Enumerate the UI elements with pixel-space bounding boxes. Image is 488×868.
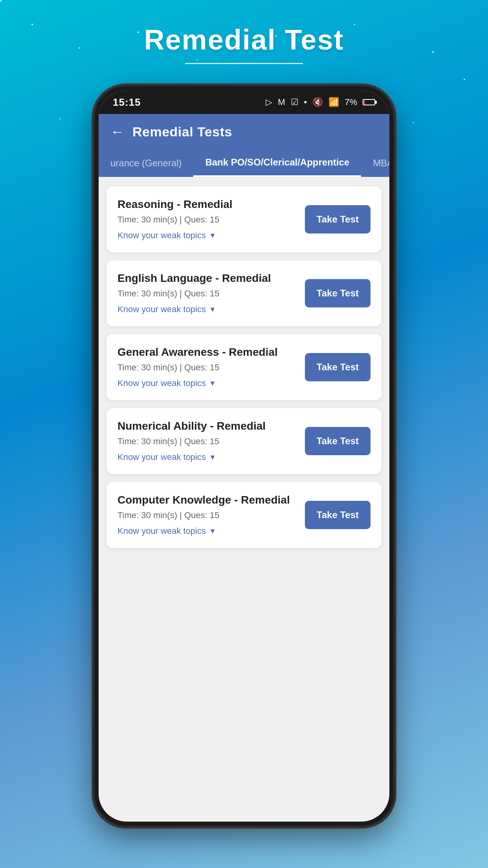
phone-frame: 15:15 ▷ M ☑ • 🔇 📶 7% ← Remedial Tests <box>95 86 393 826</box>
back-button[interactable]: ← <box>110 123 125 140</box>
chevron-down-icon: ▼ <box>209 232 216 240</box>
test-card-numerical: Numerical Ability - Remedial Time: 30 mi… <box>106 408 382 474</box>
test-meta-general: Time: 30 min(s) | Ques: 15 <box>117 362 305 373</box>
battery-icon <box>363 99 375 105</box>
card-left-computer: Computer Knowledge - Remedial Time: 30 m… <box>117 494 305 536</box>
tab-bank[interactable]: Bank PO/SO/Clerical/Apprentice <box>193 149 361 177</box>
take-test-english[interactable]: Take Test <box>305 279 371 307</box>
weak-topics-computer[interactable]: Know your weak topics ▼ <box>117 526 305 536</box>
weak-topics-general[interactable]: Know your weak topics ▼ <box>117 378 305 388</box>
test-name-numerical: Numerical Ability - Remedial <box>117 420 305 432</box>
test-meta-numerical: Time: 30 min(s) | Ques: 15 <box>117 436 305 447</box>
status-bar: 15:15 ▷ M ☑ • 🔇 📶 7% <box>99 90 389 114</box>
page-title: Remedial Test <box>0 24 488 56</box>
phone-screen: 15:15 ▷ M ☑ • 🔇 📶 7% ← Remedial Tests <box>99 90 389 822</box>
mute-icon: 🔇 <box>312 97 323 107</box>
header-divider <box>185 63 303 64</box>
chevron-down-icon: ▼ <box>209 453 216 462</box>
test-card-general: General Awareness - Remedial Time: 30 mi… <box>106 334 382 400</box>
take-test-numerical[interactable]: Take Test <box>305 427 371 455</box>
card-left-numerical: Numerical Ability - Remedial Time: 30 mi… <box>117 420 305 462</box>
tab-mba[interactable]: MBA Entrance <box>361 149 389 177</box>
status-icons: ▷ M ☑ • 🔇 📶 7% <box>266 97 375 107</box>
weak-topics-english[interactable]: Know your weak topics ▼ <box>117 304 305 314</box>
test-meta-english: Time: 30 min(s) | Ques: 15 <box>117 289 305 299</box>
chevron-down-icon: ▼ <box>209 305 216 314</box>
card-left-reasoning: Reasoning - Remedial Time: 30 min(s) | Q… <box>117 198 305 241</box>
page-header: Remedial Test <box>0 0 488 76</box>
test-name-reasoning: Reasoning - Remedial <box>117 198 305 211</box>
test-card-computer: Computer Knowledge - Remedial Time: 30 m… <box>106 482 382 548</box>
status-time: 15:15 <box>113 96 141 108</box>
battery-percent: 7% <box>345 97 357 107</box>
mail-icon: M <box>278 97 285 107</box>
tab-bar: urance (General) Bank PO/SO/Clerical/App… <box>99 149 389 177</box>
test-card-english: English Language - Remedial Time: 30 min… <box>106 260 382 326</box>
take-test-general[interactable]: Take Test <box>305 353 371 381</box>
chevron-down-icon: ▼ <box>209 527 216 535</box>
dot-icon: • <box>304 97 307 107</box>
weak-topics-reasoning[interactable]: Know your weak topics ▼ <box>117 230 305 241</box>
test-name-english: English Language - Remedial <box>117 272 305 285</box>
test-meta-reasoning: Time: 30 min(s) | Ques: 15 <box>117 215 305 225</box>
notification-icon: ▷ <box>266 97 272 107</box>
test-card-reasoning: Reasoning - Remedial Time: 30 min(s) | Q… <box>106 186 382 252</box>
app-bar-title: Remedial Tests <box>132 124 232 140</box>
tab-insurance[interactable]: urance (General) <box>99 149 193 177</box>
card-left-english: English Language - Remedial Time: 30 min… <box>117 272 305 314</box>
content-area: Reasoning - Remedial Time: 30 min(s) | Q… <box>99 177 389 822</box>
card-left-general: General Awareness - Remedial Time: 30 mi… <box>117 346 305 388</box>
take-test-reasoning[interactable]: Take Test <box>305 205 371 234</box>
weak-topics-numerical[interactable]: Know your weak topics ▼ <box>117 452 305 462</box>
test-name-general: General Awareness - Remedial <box>117 346 305 359</box>
chevron-down-icon: ▼ <box>209 379 216 388</box>
test-meta-computer: Time: 30 min(s) | Ques: 15 <box>117 510 305 520</box>
take-test-computer[interactable]: Take Test <box>305 501 371 529</box>
check-icon: ☑ <box>291 97 299 107</box>
wifi-icon: 📶 <box>328 97 339 107</box>
test-name-computer: Computer Knowledge - Remedial <box>117 494 305 506</box>
screen-content: 15:15 ▷ M ☑ • 🔇 📶 7% ← Remedial Tests <box>99 90 389 822</box>
app-bar: ← Remedial Tests <box>99 114 389 149</box>
